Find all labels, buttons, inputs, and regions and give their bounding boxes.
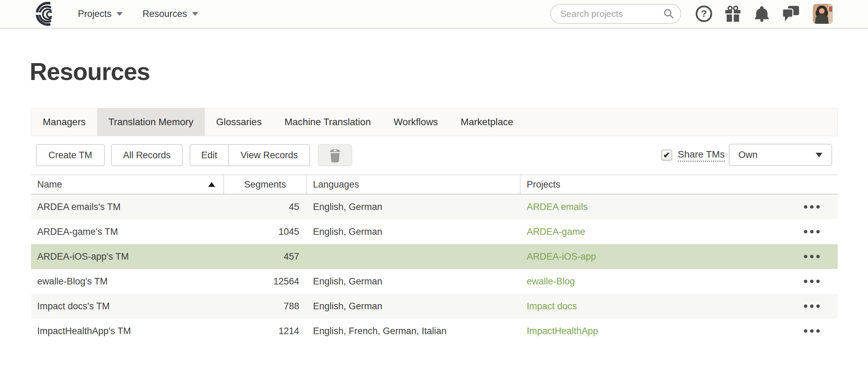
app-logo-icon[interactable] (32, 2, 57, 26)
row-menu-button[interactable] (802, 325, 822, 337)
tab-workflows[interactable]: Workflows (382, 108, 450, 136)
tm-segments: 12564 (224, 276, 307, 287)
tab-marketplace[interactable]: Marketplace (449, 108, 525, 136)
tab-machine-translation[interactable]: Machine Translation (273, 108, 382, 136)
messages-button[interactable] (776, 0, 805, 28)
table-header: Name Segments Languages Projects (31, 174, 838, 194)
chat-icon (783, 6, 799, 22)
chevron-down-icon (117, 12, 123, 16)
gift-icon (725, 6, 741, 22)
share-tms-label[interactable]: Share TMs (678, 149, 725, 162)
main-nav: Projects Resources (78, 9, 198, 19)
table-row[interactable]: ARDEA-game's TM 1045 English, German ARD… (31, 219, 838, 244)
project-link[interactable]: ARDEA-game (527, 227, 585, 237)
search-icon[interactable] (663, 8, 674, 19)
chevron-down-icon (192, 12, 198, 16)
tm-filter-value: Own (738, 150, 758, 160)
tm-table: Name Segments Languages Projects ARDEA e… (31, 174, 838, 343)
share-tms-checkbox[interactable]: ✔ (661, 150, 672, 161)
row-menu-button[interactable] (802, 226, 822, 238)
tm-filter-select[interactable]: Own (729, 144, 832, 166)
project-link[interactable]: ARDEA emails (527, 202, 588, 212)
project-link[interactable]: ARDEA-iOS-app (527, 251, 596, 262)
table-row[interactable]: ewalle-Blog's TM 12564 English, German e… (31, 269, 838, 294)
edit-button[interactable]: Edit (190, 145, 229, 166)
tm-name: ewalle-Blog's TM (31, 276, 224, 287)
tm-name: ARDEA emails's TM (31, 202, 224, 212)
nav-resources-menu[interactable]: Resources (143, 9, 198, 19)
checkmark-icon: ✔ (663, 150, 670, 160)
share-tms-control: ✔ Share TMs (661, 144, 725, 166)
tm-languages: English, German (307, 301, 521, 312)
create-tm-button[interactable]: Create TM (36, 144, 105, 166)
table-row-selected[interactable]: ARDEA-iOS-app's TM 457 ARDEA-iOS-app (31, 244, 838, 269)
gift-button[interactable] (718, 0, 747, 28)
nav-projects-menu[interactable]: Projects (78, 9, 123, 19)
project-link[interactable]: Impact docs (527, 301, 577, 312)
help-glyph: ? (701, 8, 707, 19)
column-header-languages[interactable]: Languages (307, 175, 521, 194)
tm-segments: 788 (224, 301, 307, 312)
edit-view-button-group: Edit View Records (190, 144, 310, 166)
trash-icon (329, 148, 341, 163)
row-menu-button[interactable] (802, 300, 822, 312)
tm-name: ARDEA-game's TM (31, 227, 224, 237)
tm-name: Impact docs's TM (31, 301, 224, 312)
delete-button[interactable] (318, 144, 352, 166)
column-header-name[interactable]: Name (31, 175, 224, 194)
avatar[interactable] (813, 4, 833, 24)
column-header-segments[interactable]: Segments (224, 175, 307, 194)
row-menu-button[interactable] (802, 201, 822, 213)
tm-languages: English, German (307, 202, 521, 212)
tab-translation-memory[interactable]: Translation Memory (97, 108, 205, 136)
column-header-projects[interactable]: Projects (521, 175, 838, 194)
tab-glossaries[interactable]: Glossaries (205, 108, 273, 136)
notifications-button[interactable] (747, 0, 776, 28)
topbar: Projects Resources ? (0, 0, 868, 29)
table-row[interactable]: Impact docs's TM 788 English, German Imp… (31, 294, 838, 319)
search-input[interactable] (561, 9, 663, 19)
row-menu-button[interactable] (802, 275, 822, 287)
tab-managers[interactable]: Managers (31, 108, 97, 136)
project-link[interactable]: ewalle-Blog (527, 276, 575, 287)
tm-languages: English, French, German, Italian (307, 326, 521, 337)
select-arrow-icon (816, 153, 822, 157)
tm-segments: 1214 (224, 326, 307, 337)
tm-name: ARDEA-iOS-app's TM (31, 251, 224, 262)
table-row[interactable]: ARDEA emails's TM 45 English, German ARD… (31, 194, 838, 219)
all-records-button[interactable]: All Records (111, 144, 183, 166)
help-button[interactable]: ? (689, 0, 718, 28)
page-title: Resources (30, 58, 150, 86)
project-link[interactable]: ImpactHealthApp (527, 326, 598, 337)
table-row[interactable]: ImpactHealthApp's TM 1214 English, Frenc… (31, 319, 838, 343)
view-records-button[interactable]: View Records (229, 145, 310, 166)
tm-languages: English, German (307, 276, 521, 287)
nav-resources-label: Resources (143, 9, 187, 19)
tm-name: ImpactHealthApp's TM (31, 326, 224, 337)
search-box[interactable] (550, 4, 681, 24)
nav-projects-label: Projects (78, 9, 112, 19)
sort-ascending-icon (208, 182, 215, 187)
resources-tab-bar: Managers Translation Memory Glossaries M… (31, 108, 838, 136)
tm-segments: 457 (224, 251, 307, 262)
topbar-icon-group: ? (689, 0, 805, 28)
tm-languages: English, German (307, 227, 521, 237)
tm-segments: 45 (224, 202, 307, 212)
row-menu-button[interactable] (802, 251, 822, 262)
help-icon: ? (696, 6, 712, 22)
bell-icon (755, 6, 769, 22)
tm-segments: 1045 (224, 227, 307, 237)
